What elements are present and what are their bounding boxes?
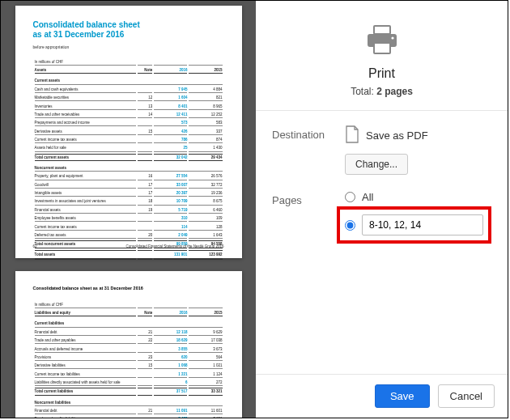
table-row: Financial debt2111 09111 601 [35,408,223,414]
panel-footer: Save Cancel [256,374,508,418]
panel-title: Print [256,66,508,81]
svg-rect-2 [374,43,390,53]
preview-page-1: Consolidated balance sheet as at 31 Dece… [15,6,242,258]
table-row: Investments in associates and joint vent… [35,198,223,205]
printer-icon [256,23,508,58]
table-row: Trade and other payables2218 62917 038 [35,337,223,344]
doc-subtitle: before appropriation [33,45,224,49]
save-button[interactable]: Save [375,384,430,408]
table-row: Inventories138 4018 965 [35,103,223,109]
table-row: Prepayments and accrued income573583 [35,120,223,126]
preview-page-2: Consolidated balance sheet as at 31 Dece… [15,271,242,418]
pages-all-label: All [362,191,373,203]
pages-range-option[interactable] [345,214,483,235]
pages-all-option[interactable]: All [345,191,491,203]
options-area: Destination Save as PDF Change... Pages [256,111,508,374]
table-row: Current income tax assets786874 [35,137,223,143]
pages-label: Pages [272,191,345,244]
pdf-file-icon [345,125,359,146]
balance-sheet-table: In millions of CHF AssetsNote20162015 Cu… [33,57,224,261]
panel-total: Total: 2 pages [256,86,508,97]
table-row: Trade and other receivables1412 41112 25… [35,112,223,118]
print-dialog: Consolidated balance sheet as at 31 Dece… [0,0,508,418]
table-row: Employee benefits liabilities8 4207 691 [35,416,223,418]
print-options-panel: Print Total: 2 pages Destination Save as… [256,1,508,418]
table-row: Derivative liabilities151 0681 021 [35,363,223,369]
cancel-button[interactable]: Cancel [438,384,495,408]
balance-sheet-table-2: In millions of CHF Liabilities and equit… [33,300,224,418]
table-row: Current income tax liabilities1 2211 124 [35,371,223,377]
pages-range-input[interactable] [362,214,483,235]
doc-title: Consolidated balance sheet as at 31 Dece… [33,20,224,40]
table-row: Goodwill1733 00732 772 [35,182,223,189]
pages-row: Pages All [272,191,491,244]
svg-point-3 [391,36,393,39]
rows-current: Cash and cash equivalents7 9454 884Marke… [35,87,223,152]
pages-range-radio[interactable] [345,220,355,231]
page-footer: 62 Consolidated Financial Statements of … [33,244,224,248]
preview-pane: Consolidated balance sheet as at 31 Dece… [1,1,256,418]
table-row: Financial debt2112 1189 629 [35,329,223,336]
destination-label: Destination [272,125,345,175]
rows-noncurrent: Property, plant and equipment1627 55426 … [35,173,223,239]
table-row: Current income tax assets114128 [35,223,223,230]
highlight-annotation [337,206,491,244]
destination-row: Destination Save as PDF Change... [272,125,491,175]
table-row: Liabilities directly associated with ass… [35,380,223,386]
table-row: Financial assets195 7196 460 [35,207,223,214]
table-row: Employee benefits assets310109 [35,215,223,222]
destination-text: Save as PDF [366,129,428,142]
svg-rect-0 [374,26,390,34]
table-row: Marketable securities121 604821 [35,95,223,101]
doc-title-2: Consolidated balance sheet as at 31 Dece… [33,286,224,291]
table-row: Cash and cash equivalents7 9454 884 [35,87,223,93]
table-row: Derivative assets15426337 [35,128,223,134]
pages-all-radio[interactable] [345,192,355,202]
change-destination-button[interactable]: Change... [345,154,408,175]
table-row: Accruals and deferred income3 8553 673 [35,346,223,352]
destination-value: Save as PDF [345,125,491,146]
table-row: Assets held for sale251 430 [35,145,223,151]
table-row: Provisions23620564 [35,354,223,361]
panel-header: Print Total: 2 pages [256,1,508,111]
table-row: Deferred tax assets202 0491 643 [35,232,223,239]
table-row: Property, plant and equipment1627 55426 … [35,173,223,180]
table-row: Intangible assets1720 39719 236 [35,190,223,197]
